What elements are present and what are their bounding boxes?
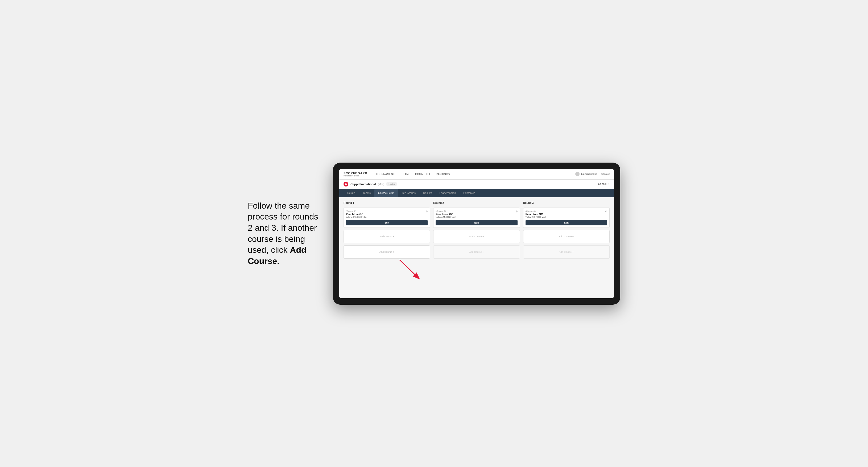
round-1-title: Round 1: [344, 201, 430, 205]
nav-committee[interactable]: COMMITTEE: [415, 173, 431, 176]
instruction-bold: Add Course.: [248, 245, 306, 266]
round-1-add-course-1-label: Add Course +: [379, 235, 394, 238]
round-1-add-course-1[interactable]: Add Course +: [344, 230, 430, 243]
tablet-frame: SCOREBOARD Powered by clippd TOURNAMENTS…: [333, 163, 620, 305]
tab-leaderboards[interactable]: Leaderboards: [436, 189, 460, 197]
tab-printables[interactable]: Printables: [460, 189, 479, 197]
round-3-course-card: (Course A) Peachtree GC Yellow (M) (6629…: [523, 208, 610, 228]
nav-signout[interactable]: Sign out: [601, 173, 610, 175]
round-2-course-card-header: (Course A) Peachtree GC Yellow (M) (6629…: [436, 210, 517, 220]
tab-details[interactable]: Details: [344, 189, 359, 197]
round-3-add-course-1-label: Add Course +: [559, 235, 574, 238]
instruction-text: Follow the same process for rounds 2 and…: [248, 200, 322, 267]
rounds-grid: Round 1 (Course A) Peachtree GC Yellow (…: [344, 201, 610, 259]
round-2-course-card: (Course A) Peachtree GC Yellow (M) (6629…: [433, 208, 520, 228]
cancel-button[interactable]: Cancel ✕: [598, 183, 610, 185]
round-2-course-name: Peachtree GC: [436, 213, 456, 216]
logo-area: SCOREBOARD Powered by clippd: [344, 172, 367, 177]
round-3-course-card-header: (Course A) Peachtree GC Yellow (M) (6629…: [526, 210, 607, 220]
round-2-add-course-1-label: Add Course +: [469, 235, 484, 238]
tournament-name: Clippd Invitational: [350, 183, 376, 186]
round-2-delete-icon[interactable]: ⊙: [516, 210, 518, 213]
clippd-logo-icon: C: [344, 182, 348, 187]
round-3-course-info: (Course A) Peachtree GC Yellow (M) (6629…: [526, 210, 546, 220]
nav-tournaments[interactable]: TOURNAMENTS: [376, 173, 396, 176]
round-3-edit-button[interactable]: Edit: [526, 220, 607, 225]
sub-header: C Clippd Invitational (Men) Hosting Canc…: [339, 180, 614, 189]
round-2-title: Round 2: [433, 201, 520, 205]
round-1-edit-button[interactable]: Edit: [346, 220, 428, 225]
round-2-add-course-2: Add Course +: [433, 245, 520, 259]
logo-scoreboard: SCOREBOARD: [344, 172, 367, 175]
tablet-screen: SCOREBOARD Powered by clippd TOURNAMENTS…: [339, 169, 614, 298]
cancel-x-icon: ✕: [608, 183, 610, 185]
logo-powered: Powered by clippd: [344, 175, 367, 177]
round-2-column: Round 2 (Course A) Peachtree GC Yellow (…: [433, 201, 520, 259]
nav-links: TOURNAMENTS TEAMS COMMITTEE RANKINGS: [376, 173, 569, 176]
round-2-edit-button[interactable]: Edit: [436, 220, 517, 225]
round-3-delete-icon[interactable]: ⊙: [605, 210, 607, 213]
main-content: Round 1 (Course A) Peachtree GC Yellow (…: [339, 197, 614, 298]
round-1-delete-icon[interactable]: ⊙: [426, 210, 428, 213]
tablet-screen-inner: SCOREBOARD Powered by clippd TOURNAMENTS…: [339, 169, 614, 298]
round-1-add-course-2-label: Add Course +: [379, 251, 394, 253]
round-1-course-name: Peachtree GC: [346, 213, 366, 216]
round-2-course-detail: Yellow (M) (6629 yds): [436, 216, 456, 218]
round-1-course-info: (Course A) Peachtree GC Yellow (M) (6629…: [346, 210, 366, 220]
round-2-course-info: (Course A) Peachtree GC Yellow (M) (6629…: [436, 210, 456, 220]
round-3-add-course-2: Add Course +: [523, 245, 610, 259]
nav-separator: |: [599, 173, 599, 175]
page-wrapper: Follow the same process for rounds 2 and…: [248, 163, 620, 305]
round-3-column: Round 3 (Course A) Peachtree GC Yellow (…: [523, 201, 610, 259]
hosting-badge: Hosting: [386, 182, 397, 186]
round-3-add-course-1[interactable]: Add Course +: [523, 230, 610, 243]
round-1-course-card: (Course A) Peachtree GC Yellow (M) (6629…: [344, 208, 430, 228]
top-nav: SCOREBOARD Powered by clippd TOURNAMENTS…: [339, 169, 614, 180]
nav-avatar: [575, 172, 580, 176]
round-3-title: Round 3: [523, 201, 610, 205]
tournament-gender: (Men): [378, 183, 384, 185]
round-1-course-label: (Course A): [346, 210, 366, 212]
nav-rankings[interactable]: RANKINGS: [436, 173, 450, 176]
nav-right: blair@clippd.io | Sign out: [575, 172, 610, 176]
round-1-add-course-2[interactable]: Add Course +: [344, 245, 430, 259]
round-3-add-course-2-label: Add Course +: [559, 251, 574, 253]
tab-tee-groups[interactable]: Tee Groups: [398, 189, 420, 197]
sub-header-left: C Clippd Invitational (Men) Hosting: [344, 182, 397, 187]
round-3-course-detail: Yellow (M) (6629 yds): [526, 216, 546, 218]
tab-teams[interactable]: Teams: [359, 189, 374, 197]
tabs-bar: Details Teams Course Setup Tee Groups Re…: [339, 189, 614, 197]
round-1-course-detail: Yellow (M) (6629 yds): [346, 216, 366, 218]
nav-teams[interactable]: TEAMS: [401, 173, 410, 176]
round-1-column: Round 1 (Course A) Peachtree GC Yellow (…: [344, 201, 430, 259]
round-3-course-name: Peachtree GC: [526, 213, 546, 216]
nav-email: blair@clippd.io: [581, 173, 597, 175]
tab-results[interactable]: Results: [420, 189, 436, 197]
round-2-add-course-1[interactable]: Add Course +: [433, 230, 520, 243]
round-2-add-course-2-label: Add Course +: [469, 251, 484, 253]
round-3-course-label: (Course A): [526, 210, 546, 212]
tab-course-setup[interactable]: Course Setup: [374, 189, 398, 197]
course-card-header: (Course A) Peachtree GC Yellow (M) (6629…: [346, 210, 428, 220]
round-2-course-label: (Course A): [436, 210, 456, 212]
